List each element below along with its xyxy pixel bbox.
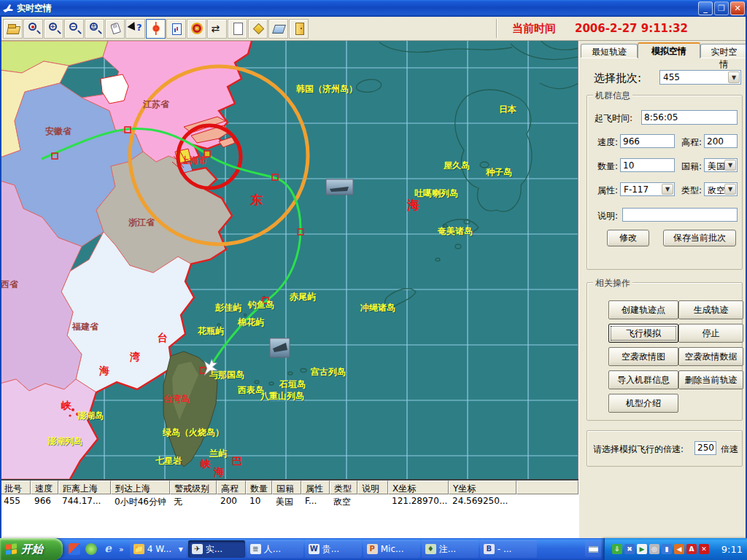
sim-speed-input[interactable]: 250 [694,441,716,455]
ops-button-空袭敌情图[interactable]: 空袭敌情图 [608,347,678,366]
chevron-icon[interactable]: » [119,545,124,554]
table-header-cell[interactable]: 类型 [330,481,357,494]
toolbar: +−± 当前时间 2006-2-27 9:11:32 [0,17,747,41]
book-icon [272,22,285,35]
toolbar-button-sun-alert[interactable] [146,19,166,39]
table-header-cell[interactable]: 说明 [357,481,388,494]
taskbar-task-- ...[interactable]: B- ... [480,540,537,558]
toolbar-button-swap-arrows[interactable] [207,19,227,39]
taskbar-task-人...[interactable]: ≡人... [247,540,303,558]
task-label: Mic... [381,544,404,554]
type-label: 类型: [681,184,702,197]
map-label: 花瓶屿 [198,327,224,335]
ops-button-删除当前轨迹[interactable]: 删除当前轨迹 [678,370,743,389]
table-header-cell[interactable]: 高程 [217,481,246,494]
volume-icon[interactable]: ◀ [674,544,684,554]
takeoff-input[interactable] [641,110,738,125]
ops-button-空袭敌情数据[interactable]: 空袭敌情数据 [678,347,743,366]
chart-clipboard-icon [170,22,183,35]
chevron-down-icon[interactable]: ▼ [724,184,736,195]
ops-button-飞行模拟[interactable]: 飞行模拟 [608,324,678,343]
table-header-cell[interactable]: 到达上海 [111,481,170,494]
battery-icon[interactable]: ▮ [662,544,672,554]
toolbar-button-diamond[interactable] [248,19,268,39]
minimize-button[interactable]: _ [698,1,713,15]
attr-select[interactable]: F-117 ▼ [620,182,675,196]
ops-button-导入机群信息[interactable]: 导入机群信息 [608,370,678,389]
type-select[interactable]: 敌空 ▼ [704,182,738,196]
table-header-cell[interactable]: Y坐标 [449,481,516,494]
tab-实时空情[interactable]: 实时空情 [700,44,747,58]
table-header-cell[interactable]: X坐标 [388,481,449,494]
table-header-cell[interactable]: 批号 [0,481,31,494]
start-button[interactable]: 开始 [0,538,63,560]
taskbar-task-贵...[interactable]: W贵... [305,540,362,558]
toolbar-button-pan-hand[interactable] [105,19,125,39]
sim-speed-suffix: 倍速 [721,443,738,456]
map-view[interactable]: 韩国（济州岛）日本屋久岛种子岛吐噶喇列岛奄美诸岛赤尾屿冲绳诸岛彭佳屿钓鱼岛棉花屿… [0,41,578,479]
title-bar: 实时空情 _ ❐ ✕ [0,0,747,17]
toolbar-button-exit-door[interactable] [289,19,309,39]
altitude-input[interactable] [704,134,738,148]
toolbar-button-target-ring[interactable] [187,19,206,39]
table-header-cell[interactable]: 距离上海 [58,481,111,494]
ati-icon[interactable]: A [686,544,697,554]
toolbar-button-help-arrow[interactable] [125,19,145,39]
taskbar-task-4 W...[interactable]: 📁4 W...▾ [130,540,187,558]
scheduler-icon[interactable]: ▶ [637,544,647,554]
taskbar-task-Mic...[interactable]: PMic... [363,540,420,558]
table-header-cell[interactable] [516,481,578,494]
toolbar-button-zoom-in[interactable]: + [44,19,63,39]
toolbar-button-new-document[interactable] [228,19,247,39]
network-error-icon[interactable]: ✖ [624,544,635,554]
tab-最短轨迹[interactable]: 最短轨迹 [581,44,638,58]
table-row[interactable]: 455966744.17...0小时46分钟无20010美国F...敌空121.… [0,494,578,508]
maximize-button[interactable]: ❐ [714,1,729,15]
modify-button[interactable]: 修改 [607,230,649,246]
table-header-cell[interactable]: 警戒级别 [170,481,217,494]
nation-select[interactable]: 美国 ▼ [704,158,738,172]
ops-button-生成轨迹[interactable]: 生成轨迹 [678,300,743,319]
fleet-info-title: 机群信息 [593,90,632,102]
taskbar-task-注...[interactable]: ♦注... [422,540,479,558]
toolbar-button-zoom-clock[interactable] [23,19,43,39]
chevron-down-icon[interactable]: ▼ [728,71,740,83]
ie-icon[interactable]: e [102,543,114,555]
note-input[interactable] [622,208,738,222]
exit-door-icon [293,22,306,35]
batch-select[interactable]: 455 ▼ [659,70,741,85]
chevron-down-icon[interactable]: ▼ [724,160,736,171]
table-header-cell[interactable]: 属性 [301,481,330,494]
audio-orb-icon[interactable]: ◎ [649,544,659,554]
table-header-cell[interactable]: 国籍 [272,481,301,494]
table-header-cell[interactable]: 数量 [246,481,272,494]
ops-button-停止[interactable]: 停止 [678,324,743,343]
zoom-in-icon: + [47,22,61,35]
quantity-input[interactable] [620,158,675,172]
app-icon[interactable] [69,543,80,555]
speed-input[interactable] [620,134,675,148]
table-cell: 美国 [272,494,301,508]
updater-icon[interactable]: ⇩ [612,544,622,554]
task-label: 实... [206,543,222,556]
map-label: 西省 [1,280,18,289]
table-header-cell[interactable]: 速度 [31,481,58,494]
toolbar-button-open-folder[interactable] [3,19,23,39]
keyboard-input-icon[interactable] [585,541,601,557]
messenger-icon[interactable] [85,543,97,555]
ops-button-创建轨迹点[interactable]: 创建轨迹点 [608,300,678,319]
map-label: 石垣岛 [279,380,306,389]
toolbar-button-zoom-out[interactable]: − [64,19,84,39]
tab-模拟空情[interactable]: 模拟空情 [638,42,700,58]
desktop: 实时空情 _ ❐ ✕ +−± 当前时间 2006-2-27 9:11:32 [0,0,747,560]
toolbar-button-chart-clipboard[interactable] [166,19,186,39]
taskbar-task-实...[interactable]: ✈实... [188,540,245,558]
chevron-down-icon[interactable]: ▼ [662,184,673,195]
close-button[interactable]: ✕ [730,1,745,15]
save-batch-button[interactable]: 保存当前批次 [663,230,736,246]
security-alert-icon[interactable]: ✕ [699,544,709,554]
toolbar-button-zoom-range[interactable]: ± [85,19,104,39]
toolbar-button-book[interactable] [268,19,288,39]
ops-button-机型介绍[interactable]: 机型介绍 [608,394,678,413]
map-label: 与那国岛 [209,370,244,379]
